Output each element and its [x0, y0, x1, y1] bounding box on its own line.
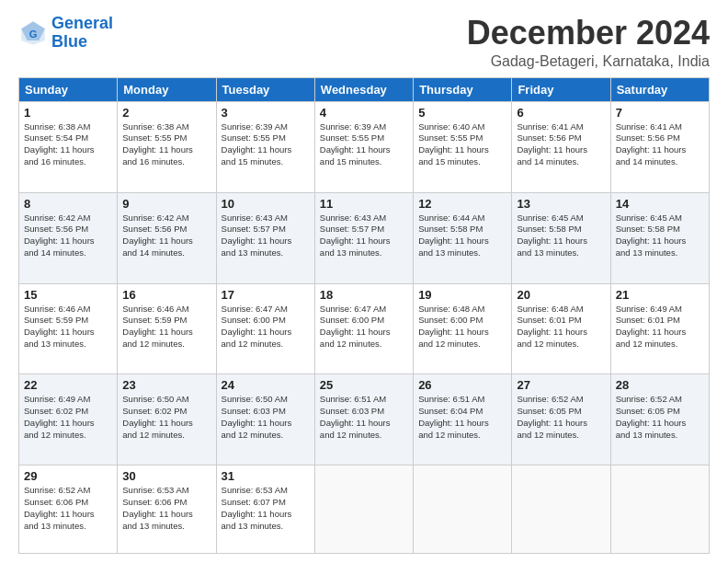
day-content: Sunrise: 6:46 AMSunset: 5:59 PMDaylight:… — [24, 304, 112, 350]
table-row: 11Sunrise: 6:43 AMSunset: 5:57 PMDayligh… — [314, 192, 413, 283]
logo-text: General Blue — [51, 15, 113, 52]
day-content: Sunrise: 6:53 AMSunset: 6:07 PMDaylight:… — [222, 485, 310, 532]
day-number: 29 — [24, 469, 112, 483]
table-row — [314, 465, 413, 554]
table-row: 20Sunrise: 6:48 AMSunset: 6:01 PMDayligh… — [512, 283, 610, 374]
table-row: 28Sunrise: 6:52 AMSunset: 6:05 PMDayligh… — [610, 374, 709, 465]
day-number: 25 — [320, 378, 408, 392]
table-row: 22Sunrise: 6:49 AMSunset: 6:02 PMDayligh… — [19, 374, 118, 465]
table-row: 26Sunrise: 6:51 AMSunset: 6:04 PMDayligh… — [414, 374, 512, 465]
header-row: Sunday Monday Tuesday Wednesday Thursday… — [19, 77, 710, 101]
day-content: Sunrise: 6:50 AMSunset: 6:02 PMDaylight:… — [122, 394, 210, 441]
table-row: 10Sunrise: 6:43 AMSunset: 5:57 PMDayligh… — [216, 192, 314, 283]
day-content: Sunrise: 6:51 AMSunset: 6:04 PMDaylight:… — [418, 394, 506, 441]
day-number: 14 — [616, 197, 704, 211]
logo-icon: G — [18, 18, 48, 48]
title-block: December 2024 Gadag-Betageri, Karnataka,… — [467, 15, 710, 70]
day-content: Sunrise: 6:53 AMSunset: 6:06 PMDaylight:… — [122, 485, 210, 532]
logo: G General Blue — [18, 15, 113, 52]
calendar-subtitle: Gadag-Betageri, Karnataka, India — [467, 53, 710, 70]
day-content: Sunrise: 6:40 AMSunset: 5:55 PMDaylight:… — [418, 121, 506, 168]
table-row: 17Sunrise: 6:47 AMSunset: 6:00 PMDayligh… — [216, 283, 314, 374]
table-row: 15Sunrise: 6:46 AMSunset: 5:59 PMDayligh… — [19, 283, 118, 374]
day-number: 20 — [517, 288, 605, 302]
day-number: 30 — [122, 469, 210, 483]
day-number: 11 — [320, 197, 408, 211]
day-content: Sunrise: 6:49 AMSunset: 6:01 PMDaylight:… — [616, 304, 704, 350]
table-row — [512, 465, 610, 554]
table-row: 30Sunrise: 6:53 AMSunset: 6:06 PMDayligh… — [118, 465, 216, 554]
day-number: 19 — [418, 288, 506, 302]
header: G General Blue December 2024 Gadag-Betag… — [18, 15, 710, 70]
day-content: Sunrise: 6:50 AMSunset: 6:03 PMDaylight:… — [222, 394, 310, 441]
day-number: 6 — [517, 106, 605, 120]
day-content: Sunrise: 6:47 AMSunset: 6:00 PMDaylight:… — [320, 304, 408, 350]
day-number: 23 — [122, 378, 210, 392]
table-row: 9Sunrise: 6:42 AMSunset: 5:56 PMDaylight… — [118, 192, 216, 283]
table-row: 8Sunrise: 6:42 AMSunset: 5:56 PMDaylight… — [19, 192, 118, 283]
day-number: 10 — [222, 197, 310, 211]
table-row: 23Sunrise: 6:50 AMSunset: 6:02 PMDayligh… — [118, 374, 216, 465]
day-content: Sunrise: 6:48 AMSunset: 6:00 PMDaylight:… — [418, 304, 506, 350]
table-row: 19Sunrise: 6:48 AMSunset: 6:00 PMDayligh… — [414, 283, 512, 374]
day-number: 5 — [418, 106, 506, 120]
day-number: 18 — [320, 288, 408, 302]
day-number: 22 — [24, 378, 112, 392]
col-thursday: Thursday — [414, 77, 512, 101]
col-monday: Monday — [118, 77, 216, 101]
table-row: 13Sunrise: 6:45 AMSunset: 5:58 PMDayligh… — [512, 192, 610, 283]
table-row: 21Sunrise: 6:49 AMSunset: 6:01 PMDayligh… — [610, 283, 709, 374]
table-row: 27Sunrise: 6:52 AMSunset: 6:05 PMDayligh… — [512, 374, 610, 465]
day-number: 7 — [616, 106, 704, 120]
day-number: 9 — [122, 197, 210, 211]
day-number: 24 — [222, 378, 310, 392]
table-row: 24Sunrise: 6:50 AMSunset: 6:03 PMDayligh… — [216, 374, 314, 465]
day-content: Sunrise: 6:38 AMSunset: 5:54 PMDaylight:… — [24, 121, 112, 168]
table-row: 29Sunrise: 6:52 AMSunset: 6:06 PMDayligh… — [19, 465, 118, 554]
day-content: Sunrise: 6:48 AMSunset: 6:01 PMDaylight:… — [517, 304, 605, 350]
table-row: 3Sunrise: 6:39 AMSunset: 5:55 PMDaylight… — [216, 101, 314, 192]
table-row: 14Sunrise: 6:45 AMSunset: 5:58 PMDayligh… — [610, 192, 709, 283]
day-number: 26 — [418, 378, 506, 392]
day-content: Sunrise: 6:46 AMSunset: 5:59 PMDaylight:… — [122, 304, 210, 350]
day-number: 16 — [122, 288, 210, 302]
day-content: Sunrise: 6:51 AMSunset: 6:03 PMDaylight:… — [320, 394, 408, 441]
calendar-title: December 2024 — [467, 15, 710, 52]
col-tuesday: Tuesday — [216, 77, 314, 101]
day-number: 31 — [222, 469, 310, 483]
svg-text:G: G — [29, 29, 38, 40]
day-content: Sunrise: 6:43 AMSunset: 5:57 PMDaylight:… — [320, 213, 408, 259]
table-row: 5Sunrise: 6:40 AMSunset: 5:55 PMDaylight… — [414, 101, 512, 192]
day-content: Sunrise: 6:39 AMSunset: 5:55 PMDaylight:… — [320, 121, 408, 168]
day-content: Sunrise: 6:45 AMSunset: 5:58 PMDaylight:… — [616, 213, 704, 259]
day-content: Sunrise: 6:52 AMSunset: 6:05 PMDaylight:… — [616, 394, 704, 441]
day-number: 12 — [418, 197, 506, 211]
day-number: 28 — [616, 378, 704, 392]
table-row — [414, 465, 512, 554]
day-content: Sunrise: 6:38 AMSunset: 5:55 PMDaylight:… — [122, 121, 210, 168]
day-content: Sunrise: 6:42 AMSunset: 5:56 PMDaylight:… — [122, 213, 210, 259]
table-row: 4Sunrise: 6:39 AMSunset: 5:55 PMDaylight… — [314, 101, 413, 192]
day-number: 21 — [616, 288, 704, 302]
col-sunday: Sunday — [19, 77, 118, 101]
day-content: Sunrise: 6:39 AMSunset: 5:55 PMDaylight:… — [222, 121, 310, 168]
table-row: 6Sunrise: 6:41 AMSunset: 5:56 PMDaylight… — [512, 101, 610, 192]
table-row: 12Sunrise: 6:44 AMSunset: 5:58 PMDayligh… — [414, 192, 512, 283]
table-row: 31Sunrise: 6:53 AMSunset: 6:07 PMDayligh… — [216, 465, 314, 554]
day-number: 27 — [517, 378, 605, 392]
calendar-page: G General Blue December 2024 Gadag-Betag… — [0, 0, 728, 563]
day-number: 15 — [24, 288, 112, 302]
day-number: 8 — [24, 197, 112, 211]
day-content: Sunrise: 6:41 AMSunset: 5:56 PMDaylight:… — [616, 121, 704, 168]
day-number: 4 — [320, 106, 408, 120]
day-number: 3 — [222, 106, 310, 120]
day-content: Sunrise: 6:52 AMSunset: 6:05 PMDaylight:… — [517, 394, 605, 441]
table-row: 16Sunrise: 6:46 AMSunset: 5:59 PMDayligh… — [118, 283, 216, 374]
table-row: 25Sunrise: 6:51 AMSunset: 6:03 PMDayligh… — [314, 374, 413, 465]
day-number: 17 — [222, 288, 310, 302]
day-content: Sunrise: 6:45 AMSunset: 5:58 PMDaylight:… — [517, 213, 605, 259]
day-content: Sunrise: 6:47 AMSunset: 6:00 PMDaylight:… — [222, 304, 310, 350]
day-content: Sunrise: 6:44 AMSunset: 5:58 PMDaylight:… — [418, 213, 506, 259]
day-number: 1 — [24, 106, 112, 120]
table-row: 7Sunrise: 6:41 AMSunset: 5:56 PMDaylight… — [610, 101, 709, 192]
